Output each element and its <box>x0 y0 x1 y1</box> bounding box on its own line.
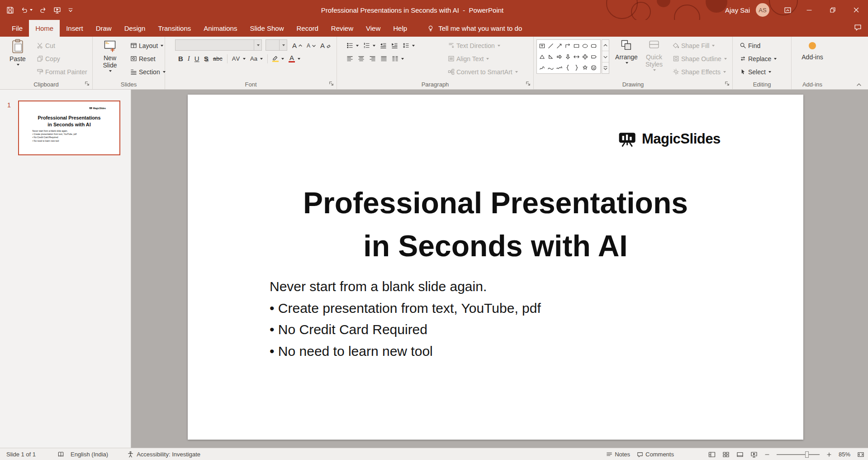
slide-thumbnail[interactable]: MagicSlides Professional Presentations i… <box>18 101 120 155</box>
align-center-button[interactable] <box>356 54 367 63</box>
increase-font-size-button[interactable]: A <box>290 41 304 50</box>
new-slide-button[interactable]: New Slide <box>96 38 123 72</box>
undo-button[interactable] <box>21 6 33 14</box>
close-button[interactable] <box>844 0 868 20</box>
shape-left-brace-icon[interactable] <box>564 62 572 73</box>
shape-triangle-icon[interactable] <box>538 51 546 62</box>
decrease-indent-button[interactable] <box>378 41 389 50</box>
collapse-ribbon-button[interactable] <box>856 82 862 87</box>
zoom-slider-thumb[interactable] <box>805 451 809 458</box>
zoom-slider[interactable] <box>777 454 820 455</box>
zoom-out-button[interactable] <box>764 452 770 457</box>
paste-button[interactable]: Paste <box>5 38 31 66</box>
increase-indent-button[interactable] <box>389 41 400 50</box>
comments-shortcut-icon[interactable] <box>854 24 862 31</box>
tab-home[interactable]: Home <box>29 20 60 37</box>
font-name-caret[interactable] <box>254 40 261 50</box>
tab-slide-show[interactable]: Slide Show <box>243 20 290 37</box>
bold-button[interactable]: B <box>176 54 185 63</box>
notes-button[interactable]: Notes <box>606 451 630 458</box>
shape-right-brace-icon[interactable] <box>572 62 581 73</box>
shapes-scroll-down-button[interactable] <box>602 51 609 62</box>
start-slideshow-button[interactable] <box>53 6 61 14</box>
shape-arrow-down-icon[interactable] <box>564 51 572 62</box>
shape-outline-button[interactable]: Shape Outline <box>670 54 729 63</box>
restore-button[interactable] <box>821 0 844 20</box>
shape-arrow-icon[interactable] <box>555 40 564 51</box>
shape-rounded-rectangle-icon[interactable] <box>589 40 598 51</box>
clear-formatting-button[interactable]: A <box>318 41 333 50</box>
bullets-button[interactable] <box>344 41 361 50</box>
align-right-button[interactable] <box>367 54 378 63</box>
layout-button[interactable]: Layout <box>128 41 166 50</box>
highlight-color-button[interactable] <box>270 55 286 63</box>
tab-design[interactable]: Design <box>118 20 152 37</box>
fit-slide-to-window-button[interactable] <box>857 451 864 458</box>
change-case-button[interactable]: Aa <box>248 54 265 63</box>
text-direction-button[interactable]: Text Direction <box>446 41 503 50</box>
shape-effects-button[interactable]: Shape Effects <box>670 67 728 77</box>
slide-body-textbox[interactable]: Never start from a blank slide again. • … <box>270 276 541 362</box>
reading-view-button[interactable] <box>736 451 744 458</box>
tab-review[interactable]: Review <box>325 20 360 37</box>
tab-draw[interactable]: Draw <box>90 20 118 37</box>
quick-styles-button[interactable]: Quick Styles <box>641 38 667 71</box>
font-size-combo[interactable] <box>266 39 287 51</box>
shape-rectangle-icon[interactable] <box>572 40 581 51</box>
normal-view-button[interactable] <box>708 451 716 458</box>
select-button[interactable]: Select <box>737 67 773 77</box>
accessibility-icon[interactable] <box>127 451 134 458</box>
strikethrough-button[interactable]: abc <box>211 54 225 63</box>
tab-insert[interactable]: Insert <box>60 20 90 37</box>
accessibility-status[interactable]: Accessibility: Investigate <box>137 451 200 458</box>
section-button[interactable]: Section <box>128 67 168 77</box>
shape-freeform-icon[interactable] <box>538 62 546 73</box>
shape-fill-button[interactable]: Shape Fill <box>670 41 717 50</box>
zoom-in-button[interactable] <box>826 452 832 457</box>
font-name-combo[interactable] <box>175 39 262 51</box>
font-color-button[interactable]: A <box>286 54 303 63</box>
shape-double-arrow-icon[interactable] <box>572 51 581 62</box>
copy-button[interactable]: Copy <box>34 54 62 63</box>
shape-text-box-icon[interactable] <box>538 40 546 51</box>
text-shadow-button[interactable]: S <box>202 54 211 63</box>
replace-button[interactable]: Replace <box>737 54 779 63</box>
tab-file[interactable]: File <box>5 20 29 37</box>
align-left-button[interactable] <box>344 54 356 63</box>
font-size-caret[interactable] <box>279 40 287 50</box>
save-button[interactable] <box>6 6 14 14</box>
slide[interactable]: MagicSlides Professional Presentations i… <box>188 95 803 440</box>
reset-button[interactable]: Reset <box>128 54 158 63</box>
shape-right-triangle-icon[interactable] <box>546 51 555 62</box>
character-spacing-button[interactable]: AV <box>230 54 248 63</box>
tab-help[interactable]: Help <box>387 20 413 37</box>
shape-elbow-connector-icon[interactable] <box>564 40 572 51</box>
find-button[interactable]: Find <box>737 41 763 50</box>
comments-button[interactable]: Comments <box>637 451 674 458</box>
numbering-button[interactable] <box>361 41 378 50</box>
format-painter-button[interactable]: Format Painter <box>34 67 90 77</box>
shape-curve-icon[interactable] <box>546 62 555 73</box>
align-text-button[interactable]: Align Text <box>446 54 491 63</box>
line-spacing-button[interactable] <box>400 41 417 50</box>
shape-scribble-icon[interactable] <box>555 62 564 73</box>
shapes-scroll-up-button[interactable] <box>602 40 609 51</box>
ribbon-display-options-icon[interactable] <box>778 0 797 20</box>
language-indicator[interactable]: English (India) <box>71 451 108 458</box>
decrease-font-size-button[interactable]: A <box>304 42 318 50</box>
shapes-more-button[interactable] <box>602 62 609 73</box>
tell-me-box[interactable]: Tell me what you want to do <box>427 24 522 32</box>
slide-title-textbox[interactable]: Professional Presentations in Seconds wi… <box>188 182 803 268</box>
shape-arrow-right-icon[interactable] <box>555 51 564 62</box>
arrange-button[interactable]: Arrange <box>614 38 639 64</box>
spellcheck-icon[interactable] <box>57 451 64 458</box>
zoom-level[interactable]: 85% <box>839 451 850 458</box>
redo-button[interactable] <box>39 6 47 14</box>
tab-transitions[interactable]: Transitions <box>152 20 197 37</box>
convert-to-smartart-button[interactable]: Convert to SmartArt <box>446 67 520 77</box>
minimize-button[interactable] <box>797 0 821 20</box>
user-name[interactable]: Ajay Sai <box>725 6 750 14</box>
avatar[interactable]: AS <box>756 3 769 17</box>
underline-button[interactable]: U <box>192 54 202 63</box>
addins-button[interactable]: Add-ins <box>799 38 826 61</box>
